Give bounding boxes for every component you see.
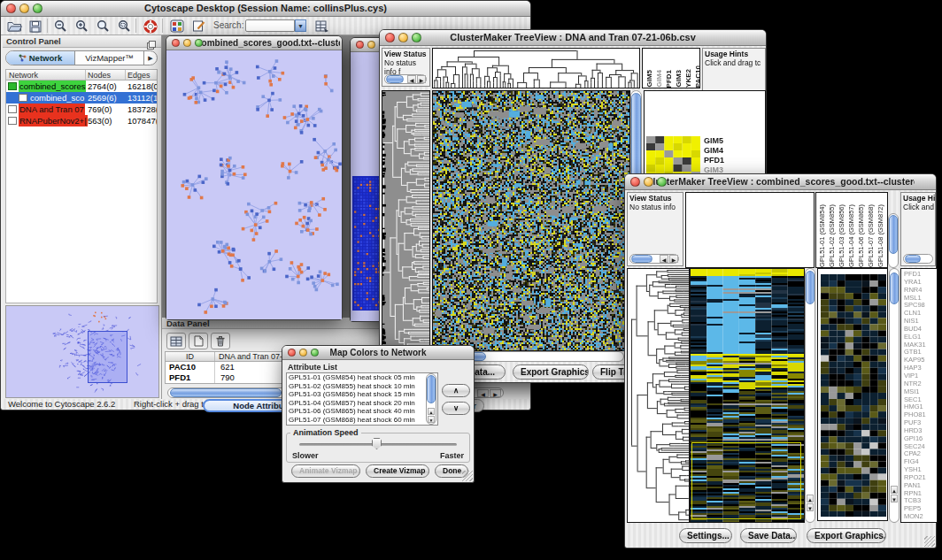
tv2-zoom-heatmap[interactable] [821, 274, 886, 517]
minimize-button[interactable] [183, 39, 191, 47]
tv2-column-label[interactable]: GPL51-07 (GSM868) [867, 204, 876, 267]
treeview2-titlebar[interactable]: ClusterMaker TreeView : combined_scores_… [625, 174, 936, 190]
tv1-gene-label[interactable]: PFD1 [704, 156, 729, 165]
network-row[interactable]: combined_sco 2569(6) 13112(15) [6, 92, 157, 104]
tv1-column-dendrogram[interactable] [433, 49, 639, 88]
main-titlebar[interactable]: Cytoscape Desktop (Session Name: collins… [1, 1, 530, 17]
scroll-left-arrow[interactable]: ◀ [407, 75, 416, 83]
close-button[interactable] [288, 349, 296, 357]
network-overview-panel[interactable] [5, 305, 159, 398]
resize-grip[interactable] [462, 471, 473, 481]
tv2-column-dendrogram-pane[interactable] [685, 192, 815, 268]
tv2-row-dendrogram-pane[interactable] [627, 268, 690, 523]
data-scroll-thumb[interactable] [170, 388, 282, 397]
dialog-titlebar[interactable]: Map Colors to Network [282, 346, 474, 360]
search-dropdown-arrow[interactable]: ▼ [295, 19, 306, 32]
search-options-icon[interactable] [313, 19, 332, 34]
attribute-item[interactable]: GPL51-04 (GSM857) heat shock 20 min [287, 399, 437, 408]
scroll-down-arrow[interactable]: ▼ [428, 416, 435, 423]
tv1-column-label[interactable]: PFD1 [665, 70, 674, 88]
tv2-heatmap-pane[interactable] [690, 268, 805, 523]
zoom-fit-icon[interactable] [114, 19, 134, 34]
scroll-right-arrow[interactable]: ▶ [490, 389, 501, 397]
scroll-left-arrow[interactable]: ◀ [477, 389, 489, 397]
annotation-edit-icon[interactable] [189, 19, 208, 34]
tv2-column-label[interactable]: GPL51-03 (GSM856) [838, 204, 846, 267]
tv1-row-dendrogram[interactable] [382, 91, 429, 350]
create-vizmap-button[interactable]: Create Vizmap [366, 464, 429, 478]
tv2-column-label[interactable]: GPL51-04 (GSM857) [847, 204, 856, 267]
scroll-right-arrow[interactable]: ▶ [669, 255, 678, 263]
tv1-heatmap-pane[interactable] [432, 90, 630, 351]
zoom-button[interactable] [412, 33, 421, 42]
attribute-item[interactable]: GPL51-03 (GSM856) heat shock 15 min [287, 390, 437, 399]
tv2-settings-button[interactable]: Settings... [679, 528, 732, 543]
tv2-column-label[interactable]: GPL51-01 (GSM854) [818, 204, 827, 267]
tv1-row-dendrogram-pane[interactable] [382, 90, 430, 351]
attr-scroll-thumb[interactable] [427, 375, 436, 403]
network-row[interactable]: DNA and Tran 07 769(0) 183728(0) [6, 104, 157, 115]
animate-vizmap-button[interactable]: Animate Vizmap [291, 464, 360, 478]
tv1-gene-label[interactable]: GIM5 [704, 136, 729, 146]
tab-vizmapper[interactable]: VizMapper™ [75, 51, 143, 65]
scroll-left-arrow[interactable]: ◀ [660, 255, 668, 263]
minimize-button[interactable] [398, 33, 408, 42]
help-lifering-icon[interactable] [141, 19, 160, 34]
zoom-out-icon[interactable] [50, 19, 70, 34]
tv2-column-label[interactable]: GPL51-08 (GSM872) [876, 204, 885, 267]
tv1-column-label[interactable]: PAC10 [694, 65, 700, 88]
minimize-button[interactable] [367, 41, 375, 49]
tv2-column-label[interactable]: GPL51-02 (GSM855) [828, 204, 837, 267]
new-attribute-icon[interactable] [189, 333, 208, 349]
minimize-button[interactable] [299, 349, 307, 357]
tv2-collabel-vscrollbar[interactable] [888, 213, 899, 268]
tv2-vscroll-thumb[interactable] [806, 271, 815, 304]
tab-overflow-button[interactable]: ▶ [143, 51, 157, 65]
close-button[interactable] [356, 41, 364, 49]
search-input[interactable] [245, 19, 295, 32]
tv2-export-graphics-button[interactable]: Export Graphics... [807, 528, 886, 543]
speed-slider-thumb[interactable] [372, 438, 382, 449]
attribute-item[interactable]: GPL51-06 (GSM865) heat shock 40 min [287, 407, 437, 416]
scroll-up-arrow[interactable]: ▲ [428, 408, 435, 415]
tv2-vscrollbar[interactable]: ▲ ▼ [805, 268, 815, 523]
network-row[interactable]: combined_scores 2764(0) 16218(0) [6, 81, 157, 92]
network-view-titlebar[interactable]: combined_scores_good.txt--cluste... [166, 36, 342, 50]
delete-attribute-trash-icon[interactable] [211, 333, 230, 349]
zoom-in-icon[interactable] [72, 19, 91, 34]
move-up-button[interactable]: ∧ [442, 384, 470, 397]
tv1-heatmap[interactable] [433, 91, 629, 350]
tv1-column-label[interactable]: GIM5 [645, 70, 654, 88]
tv2-heatmap[interactable] [691, 269, 804, 522]
scroll-up-arrow[interactable]: ▲ [807, 495, 814, 502]
zoom-button[interactable] [657, 177, 667, 187]
resize-grip[interactable] [924, 536, 935, 547]
tv1-gene-label[interactable]: GIM4 [704, 146, 729, 156]
data-col-id[interactable]: ID [166, 352, 215, 361]
minimize-button[interactable] [19, 4, 29, 13]
tv1-zoom-heatmap[interactable] [646, 136, 700, 179]
scroll-down-arrow[interactable]: ▼ [891, 495, 898, 502]
close-button[interactable] [385, 33, 395, 42]
tv2-usage-hscrollbar[interactable] [903, 254, 933, 264]
treeview1-titlebar[interactable]: ClusterMaker TreeView : DNA and Tran 07-… [380, 30, 766, 46]
network-overview-canvas[interactable] [6, 306, 158, 397]
close-button[interactable] [6, 4, 16, 13]
close-button[interactable] [172, 39, 180, 47]
move-down-button[interactable]: ∨ [442, 402, 470, 415]
zoom-button[interactable] [311, 349, 319, 357]
tv1-export-graphics-button[interactable]: Export Graphics... [513, 364, 589, 380]
open-file-icon[interactable] [4, 19, 24, 34]
tv2-status-hscrollbar[interactable]: ◀ ▶ [629, 254, 679, 264]
attribute-item[interactable]: GPL51-02 (GSM855) heat shock 10 min [287, 382, 437, 391]
tv2-row-dendrogram[interactable] [628, 269, 689, 522]
zoom-selected-icon[interactable] [93, 19, 112, 34]
tv2-save-data-button[interactable]: Save Data... [740, 528, 797, 543]
minimize-button[interactable] [644, 177, 653, 187]
scroll-up-arrow[interactable]: ▲ [891, 486, 898, 494]
close-button[interactable] [630, 177, 640, 187]
tv2-genelist-scroll-thumb[interactable] [890, 272, 899, 304]
tv1-status-hscrollbar[interactable]: ◀ ▶ [384, 74, 427, 84]
tv1-column-label[interactable]: YKE2 [684, 69, 693, 88]
tv1-column-dendrogram-pane[interactable] [432, 48, 640, 88]
